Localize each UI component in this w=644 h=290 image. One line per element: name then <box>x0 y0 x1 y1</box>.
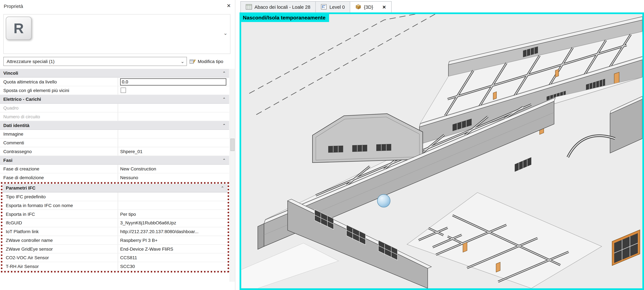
group-label: Parametri IFC <box>6 185 36 190</box>
property-value[interactable] <box>118 192 228 201</box>
door <box>463 242 467 252</box>
tab-label: Level 0 <box>329 5 345 10</box>
property-value[interactable]: 3_NyynK6j1RubbO6a6tUpz <box>118 218 228 227</box>
family-thumbnail: R <box>6 17 32 40</box>
selected-sphere-element[interactable] <box>377 194 390 207</box>
property-label: ZWave GridEye sensor <box>2 245 118 253</box>
collapse-icon[interactable]: ⌃ <box>222 97 226 101</box>
type-selector[interactable]: R ⌄ <box>3 14 230 54</box>
door <box>496 262 500 272</box>
revit-family-letter: R <box>14 20 24 36</box>
properties-title: Proprietà <box>4 4 23 9</box>
property-value[interactable]: SCC30 <box>118 262 228 270</box>
3d-model-canvas[interactable] <box>241 14 642 288</box>
view-tab-bar: Abaco dei locali - Loale 28 Level 0 <box>240 1 392 13</box>
property-value <box>118 78 229 86</box>
property-label: Quadro <box>0 104 118 112</box>
revit-window: Proprietà ✕ R ⌄ Attrezzature speciali (1… <box>0 0 644 290</box>
temporary-hide-isolate-label: Nascondi/Isola temporaneamente <box>241 14 329 22</box>
edit-type-icon <box>189 59 196 64</box>
element-selector-value: Attrezzature speciali (1) <box>7 59 54 64</box>
property-value <box>118 86 229 95</box>
properties-header: Proprietà ✕ <box>0 0 235 13</box>
tab-close-icon[interactable]: ✕ <box>382 4 386 10</box>
property-grid: Vincoli ⌃ Quota altimetrica da livello S… <box>0 69 229 272</box>
properties-panel: Proprietà ✕ R ⌄ Attrezzature speciali (1… <box>0 0 235 290</box>
property-row: Commenti <box>0 139 229 147</box>
chevron-down-icon: ⌄ <box>180 57 184 66</box>
property-row: Quadro <box>0 104 229 112</box>
property-label: Fase di demolizione <box>0 173 118 182</box>
collapse-icon[interactable]: ⌃ <box>221 186 224 190</box>
property-row: ZWave GridEye sensor End-Device Z-Wave F… <box>2 245 228 253</box>
property-value[interactable]: Per tipo <box>118 210 228 218</box>
property-row: Sposta con gli elementi più vicini <box>0 86 229 95</box>
ifc-parameters-outline: Parametri IFC ⌃ Tipo IFC predefinito Esp… <box>1 182 229 272</box>
element-selector-row: Attrezzature speciali (1) ⌄ Modifica tip… <box>3 57 232 66</box>
door <box>493 92 496 100</box>
3d-viewport[interactable]: Nascondi/Isola temporaneamente <box>240 13 644 290</box>
property-row: T-RH Air Sensor SCC30 <box>2 262 228 271</box>
property-label: Numero di circuito <box>0 112 118 121</box>
property-label: IoT Platform link <box>2 227 118 235</box>
close-icon[interactable]: ✕ <box>226 3 231 9</box>
property-label: Fase di creazione <box>0 165 118 173</box>
property-value <box>118 104 229 112</box>
group-label: Dati identità <box>3 123 29 128</box>
view-area: Abaco dei locali - Loale 28 Level 0 <box>235 0 644 290</box>
scrollbar-thumb[interactable] <box>230 139 235 151</box>
property-label: Immagine <box>0 130 118 138</box>
property-value[interactable] <box>118 139 229 147</box>
property-value[interactable]: New Construction <box>118 165 229 173</box>
property-value[interactable]: Raspberry PI 3 B+ <box>118 236 228 244</box>
tab-3d-view[interactable]: {3D} ✕ <box>350 1 392 13</box>
property-row: IfcGUID 3_NyynK6j1RubbO6a6tUpz <box>2 218 228 227</box>
property-value[interactable]: Nessuno <box>118 173 229 182</box>
edit-type-button[interactable]: Modifica tipo <box>188 57 232 66</box>
group-header-vincoli[interactable]: Vincoli ⌃ <box>0 69 229 78</box>
property-label: Tipo IFC predefinito <box>2 192 118 201</box>
property-value[interactable] <box>118 130 229 138</box>
3d-view-icon <box>355 4 361 10</box>
property-value[interactable] <box>118 201 228 209</box>
group-label: Elettrico - Carichi <box>3 97 41 102</box>
property-value[interactable]: Shpere_01 <box>118 147 229 156</box>
collapse-icon[interactable]: ⌃ <box>222 71 226 75</box>
property-row: Contrassegno Shpere_01 <box>0 147 229 156</box>
chevron-down-icon[interactable]: ⌄ <box>223 30 228 36</box>
sposta-elementi-checkbox[interactable] <box>120 88 126 93</box>
property-row: Tipo IFC predefinito <box>2 192 228 201</box>
properties-scrollbar[interactable] <box>230 69 235 282</box>
quota-altimetrica-input[interactable] <box>120 78 226 85</box>
window-grille <box>376 144 391 151</box>
property-row: Immagine <box>0 130 229 139</box>
group-header-elettrico[interactable]: Elettrico - Carichi ⌃ <box>0 95 229 104</box>
property-label: CO2-VOC Air Sensor <box>2 253 118 262</box>
tab-label: Abaco dei locali - Loale 28 <box>254 5 310 10</box>
property-row: Esporta in IFC Per tipo <box>2 210 228 219</box>
property-value[interactable]: End-Device Z-Wave FliRS <box>118 245 228 253</box>
property-row: CO2-VOC Air Sensor CCS811 <box>2 253 228 262</box>
property-value[interactable]: http://212.237.20.137:8080/dashboar... <box>118 227 228 235</box>
tab-level-0[interactable]: Level 0 <box>316 1 350 13</box>
property-label: Contrassegno <box>0 147 118 156</box>
property-row: IoT Platform link http://212.237.20.137:… <box>2 227 228 236</box>
collapse-icon[interactable]: ⌃ <box>222 158 226 162</box>
group-header-fasi[interactable]: Fasi ⌃ <box>0 156 229 165</box>
property-row: Fase di demolizione Nessuno <box>0 173 229 182</box>
collapse-icon[interactable]: ⌃ <box>222 123 226 128</box>
property-row: ZWave controller name Raspberry PI 3 B+ <box>2 236 228 245</box>
property-label: Esporta in formato IFC con nome <box>2 201 118 209</box>
group-header-parametri-ifc[interactable]: Parametri IFC ⌃ <box>2 184 228 192</box>
window-grille <box>328 146 343 153</box>
property-row: Fase di creazione New Construction <box>0 165 229 173</box>
door <box>555 69 558 77</box>
group-label: Vincoli <box>3 71 18 76</box>
group-header-dati-identita[interactable]: Dati identità ⌃ <box>0 121 229 130</box>
floor-plan-icon <box>321 4 327 10</box>
schedule-icon <box>246 4 252 10</box>
tab-abaco-dei-locali[interactable]: Abaco dei locali - Loale 28 <box>240 1 316 13</box>
property-value[interactable]: CCS811 <box>118 253 228 262</box>
property-label: IfcGUID <box>2 218 118 227</box>
element-selector-combo[interactable]: Attrezzature speciali (1) ⌄ <box>3 57 187 66</box>
